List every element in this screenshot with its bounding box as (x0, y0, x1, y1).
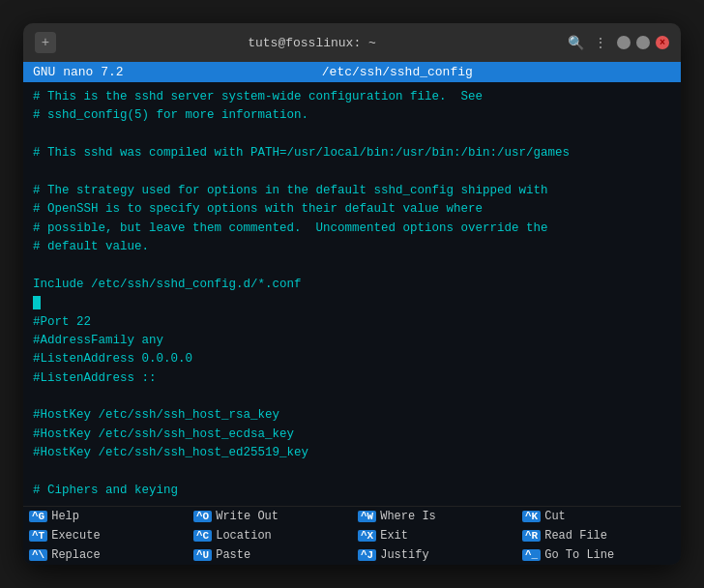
footer-label-go-to-line: Go To Line (544, 548, 614, 562)
footer-item-justify[interactable]: ^J Justify (352, 545, 516, 565)
footer-item-execute[interactable]: ^T Execute (23, 526, 188, 545)
footer-label-execute: Execute (51, 529, 100, 543)
footer-item-help[interactable]: ^G Help (23, 507, 188, 526)
minimize-button[interactable] (617, 36, 631, 49)
footer-item-go-to-line[interactable]: ^_ Go To Line (516, 545, 681, 565)
footer-label-cut: Cut (544, 510, 566, 523)
title-bar: + tuts@fosslinux: ~ 🔍 ⋮ × (23, 23, 681, 62)
editor-line-9 (33, 256, 671, 275)
nano-footer: ^G Help ^O Write Out ^W Where Is ^K Cut … (23, 506, 681, 565)
footer-key-replace: ^\ (29, 549, 47, 561)
editor-line-13: #AddressFamily any (33, 332, 671, 350)
window-controls: × (617, 36, 669, 49)
footer-item-exit[interactable]: ^X Exit (352, 526, 516, 545)
footer-key-location: ^C (193, 530, 212, 542)
footer-label-write-out: Write Out (216, 510, 279, 523)
editor-cursor-line (33, 294, 671, 312)
footer-key-help: ^G (29, 511, 47, 522)
text-cursor (33, 296, 41, 309)
editor-line-14: #ListenAddress 0.0.0.0 (33, 350, 671, 368)
footer-key-paste: ^U (193, 549, 212, 561)
footer-label-paste: Paste (216, 548, 250, 562)
window-title: tuts@fosslinux: ~ (56, 36, 568, 50)
footer-key-write-out: ^O (193, 511, 212, 522)
editor-line-7: # possible, but leave them commented. Un… (33, 220, 671, 238)
footer-label-exit: Exit (380, 529, 408, 543)
footer-item-where-is[interactable]: ^W Where Is (352, 507, 516, 526)
footer-label-location: Location (216, 529, 272, 543)
footer-label-replace: Replace (51, 548, 100, 562)
editor-line-2 (33, 126, 671, 144)
footer-item-paste[interactable]: ^U Paste (188, 545, 352, 565)
editor-line-20 (33, 463, 671, 482)
editor-line-0: # This is the sshd server system-wide co… (33, 88, 671, 106)
editor-line-1: # sshd_config(5) for more information. (33, 106, 671, 125)
maximize-button[interactable] (636, 36, 650, 49)
footer-key-execute: ^T (29, 530, 47, 542)
title-bar-left: + (35, 32, 56, 53)
footer-key-go-to-line: ^_ (522, 549, 541, 561)
footer-key-where-is: ^W (358, 511, 376, 522)
footer-label-read-file: Read File (544, 529, 607, 543)
editor-line-19: #HostKey /etc/ssh/ssh_host_ed25519_key (33, 444, 671, 462)
editor-line-3: # This sshd was compiled with PATH=/usr/… (33, 144, 671, 162)
nano-filename: /etc/ssh/sshd_config (322, 65, 473, 79)
new-tab-button[interactable]: + (35, 32, 56, 53)
editor-line-21: # Ciphers and keying (33, 482, 671, 500)
footer-key-justify: ^J (358, 549, 376, 561)
terminal-window: + tuts@fosslinux: ~ 🔍 ⋮ × GNU nano 7.2 /… (23, 23, 681, 565)
search-icon[interactable]: 🔍 (568, 35, 584, 51)
editor-line-18: #HostKey /etc/ssh/ssh_host_ecdsa_key (33, 426, 671, 444)
editor-line-12: #Port 22 (33, 313, 671, 332)
title-bar-right: 🔍 ⋮ × (568, 35, 669, 51)
editor-line-6: # OpenSSH is to specify options with the… (33, 200, 671, 219)
footer-key-read-file: ^R (522, 530, 541, 542)
nano-header: GNU nano 7.2 /etc/ssh/sshd_config (23, 62, 681, 82)
footer-key-exit: ^X (358, 530, 376, 542)
footer-item-location[interactable]: ^C Location (188, 526, 352, 545)
footer-label-where-is: Where Is (380, 510, 436, 523)
footer-label-justify: Justify (380, 548, 428, 562)
footer-item-read-file[interactable]: ^R Read File (516, 526, 681, 545)
editor-line-17: #HostKey /etc/ssh/ssh_host_rsa_key (33, 406, 671, 425)
footer-item-write-out[interactable]: ^O Write Out (188, 507, 352, 526)
footer-key-cut: ^K (522, 511, 541, 522)
close-button[interactable]: × (656, 36, 669, 49)
footer-item-cut[interactable]: ^K Cut (516, 507, 681, 526)
editor-line-16 (33, 388, 671, 406)
editor-area[interactable]: # This is the sshd server system-wide co… (23, 82, 681, 506)
menu-icon[interactable]: ⋮ (594, 35, 607, 51)
nano-version: GNU nano 7.2 (33, 65, 124, 79)
editor-line-8: # default value. (33, 238, 671, 256)
editor-line-15: #ListenAddress :: (33, 369, 671, 388)
editor-line-4 (33, 163, 671, 182)
editor-line-5: # The strategy used for options in the d… (33, 182, 671, 200)
footer-item-replace[interactable]: ^\ Replace (23, 545, 188, 565)
editor-line-10: Include /etc/ssh/sshd_config.d/*.conf (33, 276, 671, 294)
footer-label-help: Help (51, 510, 79, 523)
